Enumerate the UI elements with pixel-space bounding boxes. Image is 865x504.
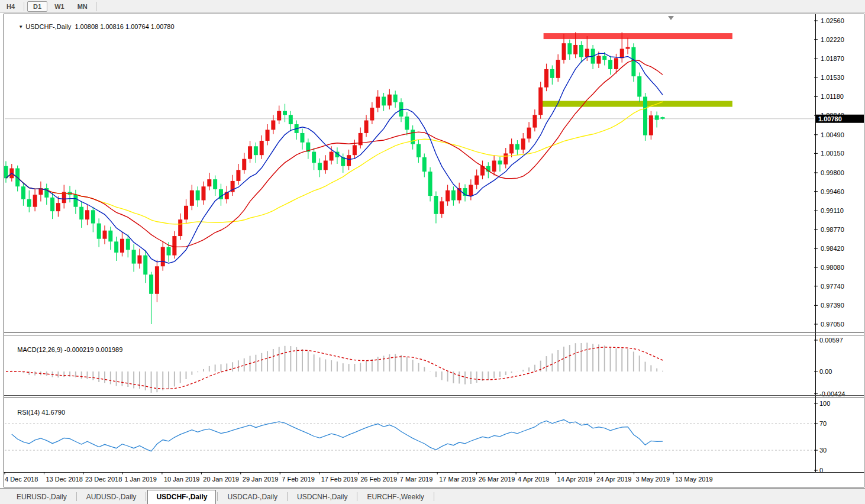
svg-text:70: 70: [819, 420, 827, 427]
chart-window: 1.025601.022201.018701.015301.011801.008…: [0, 13, 865, 488]
svg-text:0.97390: 0.97390: [821, 302, 844, 309]
rsi-indicator-label: RSI(14) 41.6790: [7, 402, 65, 423]
macd-indicator-label: MACD(12,26,9) -0.000219 0.001989: [7, 339, 122, 360]
timeframe-button-w1[interactable]: W1: [49, 1, 70, 12]
chart-tab-bar: EURUSD-,Daily AUDUSD-,Daily USDCHF-,Dail…: [0, 488, 865, 504]
macd-name: MACD(12,26,9): [17, 346, 62, 353]
svg-text:0.99110: 0.99110: [821, 207, 844, 214]
chart-collapse-icon[interactable]: ▼: [18, 24, 23, 30]
svg-text:0: 0: [819, 467, 823, 474]
svg-text:17 Feb 2019: 17 Feb 2019: [321, 476, 358, 483]
svg-text:0.98420: 0.98420: [821, 245, 844, 252]
tab-usdcnh-daily[interactable]: USDCNH-,Daily: [289, 490, 356, 504]
timeframe-button-h4[interactable]: H4: [1, 1, 21, 12]
svg-text:0.98080: 0.98080: [821, 264, 844, 271]
resistance-line[interactable]: [544, 33, 732, 39]
svg-text:4 Dec 2018: 4 Dec 2018: [5, 476, 38, 483]
svg-text:0.97740: 0.97740: [821, 283, 844, 290]
svg-text:1.01180: 1.01180: [821, 93, 844, 100]
svg-text:1.00780: 1.00780: [818, 115, 842, 122]
svg-text:26 Feb 2019: 26 Feb 2019: [360, 476, 397, 483]
svg-text:7 Feb 2019: 7 Feb 2019: [282, 476, 315, 483]
svg-text:1.02220: 1.02220: [821, 36, 844, 43]
trading-platform-window: H4 D1 W1 MN 1.025601.022201.018701.01530…: [0, 0, 865, 504]
svg-text:1.02560: 1.02560: [821, 17, 844, 24]
macd-values: -0.000219 0.001989: [64, 346, 122, 353]
tab-usdcad-daily[interactable]: USDCAD-,Daily: [219, 490, 286, 504]
tab-usdchf-daily[interactable]: USDCHF-,Daily: [147, 490, 216, 504]
rsi-value: 41.6790: [41, 409, 65, 416]
svg-text:0.00: 0.00: [819, 368, 832, 375]
svg-text:0.97050: 0.97050: [821, 321, 844, 328]
svg-text:-0.00424: -0.00424: [819, 390, 845, 398]
tab-eurusd-daily[interactable]: EURUSD-,Daily: [8, 490, 75, 504]
toolbar-separator: [96, 2, 97, 11]
svg-text:0.00597: 0.00597: [819, 337, 843, 344]
tab-eurchf-weekly[interactable]: EURCHF-,Weekly: [359, 490, 432, 504]
svg-text:1.01870: 1.01870: [821, 55, 844, 62]
svg-text:30: 30: [819, 447, 827, 454]
tab-separator: [146, 492, 146, 501]
price-chart-canvas[interactable]: 1.025601.022201.018701.015301.011801.008…: [0, 13, 865, 488]
svg-text:24 Apr 2019: 24 Apr 2019: [596, 476, 631, 483]
svg-text:26 Mar 2019: 26 Mar 2019: [479, 476, 515, 483]
tab-separator: [357, 492, 357, 501]
tab-audusd-daily[interactable]: AUDUSD-,Daily: [78, 490, 145, 504]
svg-text:1 Jan 2019: 1 Jan 2019: [124, 476, 156, 483]
svg-text:13 May 2019: 13 May 2019: [675, 476, 713, 483]
tab-separator: [217, 492, 218, 501]
svg-text:17 Mar 2019: 17 Mar 2019: [439, 476, 476, 483]
chart-ohlc-values: 1.00808 1.00816 1.00764 1.00780: [75, 23, 174, 30]
tab-separator: [76, 492, 77, 501]
svg-text:13 Dec 2018: 13 Dec 2018: [46, 476, 82, 483]
svg-text:3 May 2019: 3 May 2019: [636, 476, 670, 483]
svg-text:23 Dec 2018: 23 Dec 2018: [85, 476, 122, 483]
chart-title: ▼USDCHF-,Daily 1.00808 1.00816 1.00764 1…: [8, 16, 175, 37]
rsi-name: RSI(14): [17, 409, 40, 416]
support-line[interactable]: [543, 101, 732, 107]
svg-text:10 Jan 2019: 10 Jan 2019: [164, 476, 200, 483]
timeframe-toolbar: H4 D1 W1 MN: [0, 0, 865, 13]
timeframe-button-mn[interactable]: MN: [72, 1, 93, 12]
svg-text:1.00490: 1.00490: [821, 131, 844, 138]
tab-separator: [434, 492, 434, 501]
svg-text:14 Apr 2019: 14 Apr 2019: [557, 476, 592, 483]
chart-symbol-label: USDCHF-,Daily: [25, 23, 71, 30]
svg-text:0.99800: 0.99800: [821, 169, 844, 176]
svg-text:7 Mar 2019: 7 Mar 2019: [400, 476, 433, 483]
svg-text:0.99460: 0.99460: [821, 188, 844, 195]
svg-text:29 Jan 2019: 29 Jan 2019: [243, 476, 279, 483]
svg-text:4 Apr 2019: 4 Apr 2019: [518, 476, 549, 483]
svg-text:1.00150: 1.00150: [821, 150, 844, 157]
tab-separator: [287, 492, 288, 501]
toolbar-separator: [24, 2, 24, 11]
svg-text:1.01530: 1.01530: [821, 74, 844, 81]
svg-text:0.98770: 0.98770: [821, 226, 844, 233]
svg-text:20 Jan 2019: 20 Jan 2019: [203, 476, 239, 483]
timeframe-button-d1[interactable]: D1: [27, 1, 47, 12]
svg-text:100: 100: [819, 400, 830, 407]
